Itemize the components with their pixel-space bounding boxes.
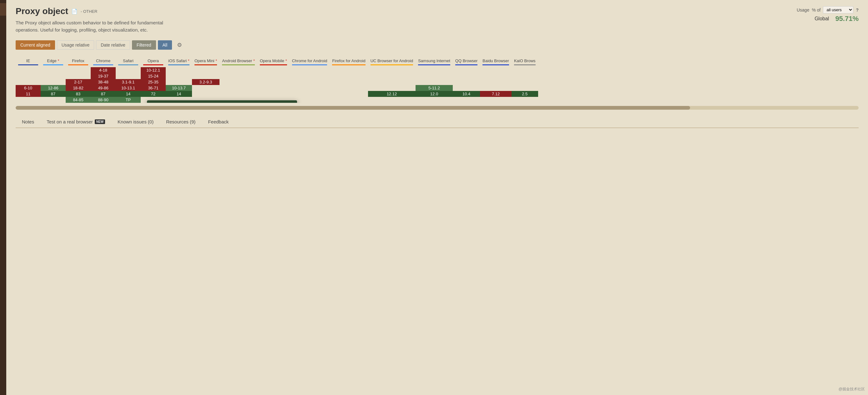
current-aligned-btn[interactable]: Current aligned (16, 40, 55, 50)
cell-safari-r6[interactable]: TP (116, 97, 141, 103)
filter-bar: Current aligned Usage relative Date rela… (16, 40, 859, 50)
cell-qq-r6 (453, 97, 480, 103)
cell-samsung-r3 (415, 79, 453, 85)
th-baidu: Baidu Browser (480, 57, 512, 67)
cell-ffandroid-r4 (330, 85, 368, 91)
page-description: The Proxy object allows custom behavior … (16, 20, 172, 33)
cell-qq-r4 (453, 85, 480, 91)
cell-opera-r3[interactable]: 25-35 (141, 79, 166, 85)
th-ios-safari: iOS Safari * (166, 57, 192, 67)
cell-chrome-r6[interactable]: 88-90 (91, 97, 116, 103)
cell-opmini-r2 (192, 73, 219, 79)
cell-iossafari-r2 (166, 73, 192, 79)
usage-panel: Usage % of all users ? Global 95.71% (771, 6, 859, 23)
cell-iossafari-r5[interactable]: 14 (166, 91, 192, 97)
cell-chrome-r1[interactable]: 4-18 (91, 67, 116, 73)
test-browser-tab-label: Test on a real browser (46, 119, 93, 124)
opera-line (143, 64, 163, 65)
tab-notes[interactable]: Notes (16, 116, 40, 128)
cell-samsung-r5[interactable]: 12.0 (415, 91, 453, 97)
th-opera-mini: Opera Mini * (192, 57, 219, 67)
opera-mini-line (194, 64, 217, 65)
cell-opera-r1[interactable]: 10-12.1 (141, 67, 166, 73)
browser-table-container: IE Edge * Firefox Chrome (16, 57, 859, 103)
cell-chrome-r3[interactable]: 38-48 (91, 79, 116, 85)
cell-edge-r5[interactable]: 87 (41, 91, 66, 97)
cell-opera-r5[interactable]: 72 (141, 91, 166, 97)
cell-ff-r5[interactable]: 83 (66, 91, 91, 97)
settings-gear-btn[interactable]: ⚙ (174, 40, 185, 50)
th-firefox: Firefox (66, 57, 91, 67)
cell-ff-r3[interactable]: 2-17 (66, 79, 91, 85)
cell-qq-r2 (453, 73, 480, 79)
cell-ffandroid-r1 (330, 67, 368, 73)
help-button[interactable]: ? (856, 7, 859, 12)
cell-ff-r2 (66, 73, 91, 79)
cell-uc-r5[interactable]: 12.12 (368, 91, 416, 97)
cell-opmini-r5 (192, 91, 219, 97)
safari-line (118, 64, 138, 65)
cell-safari-r4[interactable]: 10-13.1 (116, 85, 141, 91)
th-safari: Safari (116, 57, 141, 67)
cell-qq-r3 (453, 79, 480, 85)
cell-ff-r4[interactable]: 18-82 (66, 85, 91, 91)
percent-of-label: % of (812, 7, 820, 12)
cell-opera-r4[interactable]: 36-71 (141, 85, 166, 91)
ios-safari-line (168, 64, 189, 65)
usage-row: Usage % of all users ? (771, 6, 859, 13)
cell-samsung-r4[interactable]: 5-11.2 (415, 85, 453, 91)
cell-ffandroid-r5 (330, 91, 368, 97)
tab-resources[interactable]: Resources (9) (160, 116, 202, 128)
date-relative-btn[interactable]: Date relative (96, 40, 130, 50)
cell-chromeandroid-r2 (289, 73, 330, 79)
cell-iossafari-r4[interactable]: 10-13.7 (166, 85, 192, 91)
cell-samsung-r2 (415, 73, 453, 79)
user-type-select[interactable]: all users (823, 6, 853, 13)
cell-ie-r4[interactable]: 6-10 (16, 85, 41, 91)
cell-opera-r2[interactable]: 15-24 (141, 73, 166, 79)
cell-chrome-r5[interactable]: 87 (91, 91, 116, 97)
cell-opmini-r3[interactable]: 3.2-9.3 (192, 79, 219, 85)
resources-tab-label: Resources (9) (166, 119, 195, 124)
cell-qq-r1 (453, 67, 480, 73)
table-row: 4-18 10-12.1 (16, 67, 538, 73)
firefox-android-line (332, 64, 365, 65)
cell-chrome-r4[interactable]: 49-86 (91, 85, 116, 91)
cell-ff-r1 (66, 67, 91, 73)
cell-safari-r2 (116, 73, 141, 79)
all-btn[interactable]: All (158, 40, 172, 50)
tab-known-issues[interactable]: Known issues (0) (111, 116, 160, 128)
cell-kaio-r5[interactable]: 2.5 (512, 91, 538, 97)
cell-ff-r6[interactable]: 84-85 (66, 97, 91, 103)
tab-test-browser[interactable]: Test on a real browser NEW (40, 116, 111, 128)
th-chrome: Chrome (91, 57, 116, 67)
cell-samsung-r6 (415, 97, 453, 103)
th-ie: IE (16, 57, 41, 67)
usage-relative-btn[interactable]: Usage relative (57, 40, 94, 50)
cell-edge-r3 (41, 79, 66, 85)
cell-safari-r3[interactable]: 3.1-9.1 (116, 79, 141, 85)
cell-ie-r5[interactable]: 11 (16, 91, 41, 97)
cell-qq-r5[interactable]: 10.4 (453, 91, 480, 97)
android-browser-line (222, 64, 255, 65)
cell-safari-r5[interactable]: 14 (116, 91, 141, 97)
cell-edge-r4[interactable]: 12-86 (41, 85, 66, 91)
cell-ffandroid-r2 (330, 73, 368, 79)
cell-kaio-r1 (512, 67, 538, 73)
th-opera-mobile: Opera Mobile * (257, 57, 289, 67)
cell-android-r4 (219, 85, 257, 91)
filtered-btn[interactable]: Filtered (132, 40, 156, 50)
cell-chrome-r2[interactable]: 19-37 (91, 73, 116, 79)
horizontal-scrollbar[interactable] (16, 106, 859, 110)
cell-android-r2 (219, 73, 257, 79)
scrollbar-thumb[interactable] (16, 106, 690, 110)
chrome-line (93, 64, 113, 65)
cell-uc-r1 (368, 67, 416, 73)
cell-baidu-r5[interactable]: 7.12 (480, 91, 512, 97)
title-section: Proxy object 📄 - OTHER The Proxy object … (16, 6, 172, 33)
th-qq: QQ Browser (453, 57, 480, 67)
cell-uc-r6 (368, 97, 416, 103)
tab-feedback[interactable]: Feedback (202, 116, 235, 128)
cell-iossafari-r3 (166, 79, 192, 85)
cell-edge-r2 (41, 73, 66, 79)
